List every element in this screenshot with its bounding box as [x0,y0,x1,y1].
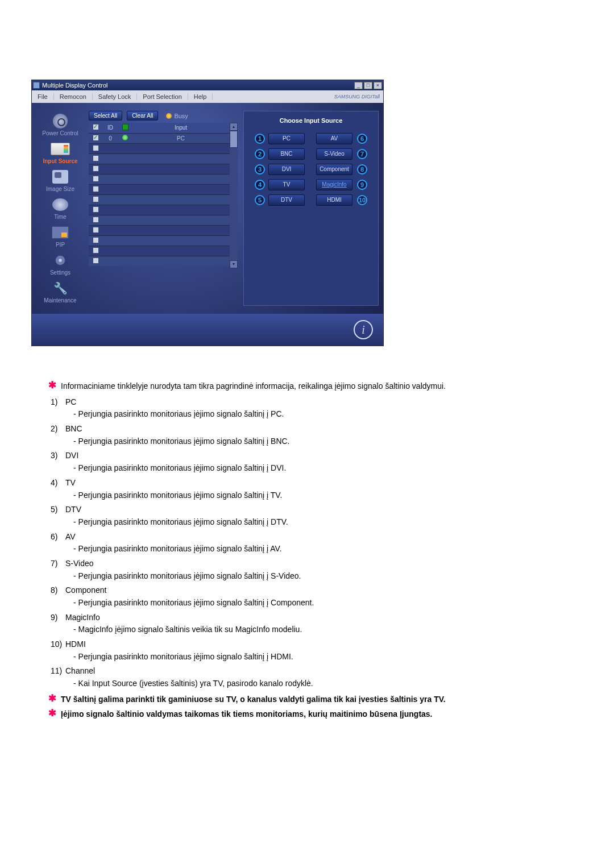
sidebar-item-label: Power Control [42,130,78,136]
source-button-component[interactable]: Component [316,164,352,175]
sidebar-item-input-source[interactable]: Input Source [35,140,86,167]
note-item: 3)DVI- Perjungia pasirinkto monitoriaus … [51,448,566,475]
source-button-magicinfo[interactable]: MagicInfo [316,179,352,190]
note-item: 2)BNC- Perjungia pasirinkto monitoriaus … [51,422,566,448]
row-checkbox[interactable] [93,196,99,202]
note-title: Channel [65,665,566,678]
source-button-bnc[interactable]: BNC [268,148,305,160]
note-title: HDMI [65,638,566,651]
info-icon[interactable]: i [354,320,373,339]
note-title: MagicInfo [65,612,566,624]
note-number: 3) [51,450,65,474]
table-row[interactable] [89,143,230,153]
note-item: 1)PC- Perjungia pasirinkto monitoriaus į… [51,395,566,422]
menu-port-selection[interactable]: Port Selection [137,93,188,100]
table-row[interactable] [89,153,230,164]
note-title: PC [65,396,566,409]
sidebar-item-time[interactable]: Time [35,196,86,222]
row-checkbox[interactable] [93,206,99,213]
header-checkbox[interactable] [93,124,99,130]
callout-badge: 1 [255,134,265,144]
source-button-av[interactable]: AV [316,133,352,144]
star-icon: ✱ [48,693,56,703]
row-checkbox[interactable] [93,227,99,233]
cell-id [102,194,118,205]
note-title: DVI [65,450,566,462]
source-button-tv[interactable]: TV [268,179,305,190]
scroll-thumb[interactable] [230,131,238,148]
table-row[interactable] [89,246,230,256]
sidebar-item-settings[interactable]: Settings [35,251,86,278]
panel-title: Choose Input Source [250,117,372,124]
app-icon [33,82,40,89]
row-checkbox[interactable] [93,258,99,264]
table-row[interactable] [89,235,230,246]
app-window: Multiple Display Control _ □ × File Remo… [31,80,384,346]
table-row[interactable]: 0PC [89,133,230,143]
status-bar: i [32,314,383,346]
cell-id [102,246,118,256]
menu-safety-lock[interactable]: Safety Lock [93,93,137,100]
callout-badge: 4 [255,180,265,190]
sidebar-item-maintenance[interactable]: 🔧 Maintenance [35,279,86,306]
row-checkbox[interactable] [93,186,99,192]
source-button-pc[interactable]: PC [268,133,305,144]
clear-all-button[interactable]: Clear All [127,111,158,121]
menu-help[interactable]: Help [188,93,213,100]
callout-badge: 6 [357,134,367,144]
note-desc: - Perjungia pasirinkto monitoriaus įėjim… [65,651,566,663]
source-button-hdmi[interactable]: HDMI [316,194,352,206]
note-item: 8)Component- Perjungia pasirinkto monito… [51,583,566,610]
sidebar-item-pip[interactable]: PIP [35,223,86,250]
cell-input: PC [132,133,230,143]
row-checkbox[interactable] [93,155,99,161]
table-row[interactable] [89,215,230,225]
cell-input [132,194,230,205]
row-checkbox[interactable] [93,237,99,243]
row-checkbox[interactable] [93,217,99,223]
pip-icon [52,226,69,239]
sidebar-item-label: Input Source [43,158,77,164]
menu-file[interactable]: File [32,93,54,100]
scroll-up-button[interactable]: ▴ [230,123,238,131]
row-checkbox[interactable] [93,165,99,172]
minimize-button[interactable]: _ [354,82,363,89]
source-button-dtv[interactable]: DTV [268,194,305,206]
cell-input [132,143,230,153]
table-row[interactable] [89,225,230,235]
note-item: 7)S-Video- Perjungia pasirinkto monitori… [51,556,566,583]
row-checkbox[interactable] [93,247,99,254]
col-input: Input [132,123,230,133]
source-button-s-video[interactable]: S-Video [316,148,352,160]
window-title: Multiple Display Control [42,82,108,89]
select-all-button[interactable]: Select All [89,111,122,121]
row-checkbox[interactable] [93,176,99,182]
menu-remocon[interactable]: Remocon [54,93,93,100]
note-number: 5) [51,504,65,528]
sidebar-item-image-size[interactable]: Image Size [35,168,86,194]
cell-id [102,256,118,266]
note-number: 10) [51,638,65,663]
scroll-down-button[interactable]: ▾ [230,260,238,268]
note-desc: - Perjungia pasirinkto monitoriaus įėjim… [65,435,566,448]
table-row[interactable] [89,164,230,174]
table-row[interactable] [89,205,230,215]
table-row[interactable] [89,256,230,266]
table-row[interactable] [89,184,230,194]
row-checkbox[interactable] [93,145,99,151]
table-row[interactable] [89,194,230,205]
sidebar-item-label: PIP [56,242,65,248]
callout-badge: 3 [255,164,265,175]
star-icon: ✱ [48,380,56,390]
row-checkbox[interactable] [93,135,99,141]
close-button[interactable]: × [374,82,382,89]
cell-id [102,143,118,153]
status-header-icon [122,124,128,130]
maximize-button[interactable]: □ [364,82,372,89]
table-row[interactable] [89,174,230,184]
sidebar-item-power-control[interactable]: Power Control [35,112,86,139]
table-scrollbar[interactable]: ▴ ▾ [230,123,238,268]
cell-id [102,215,118,225]
source-button-dvi[interactable]: DVI [268,164,305,175]
note-number: 8) [51,584,65,609]
